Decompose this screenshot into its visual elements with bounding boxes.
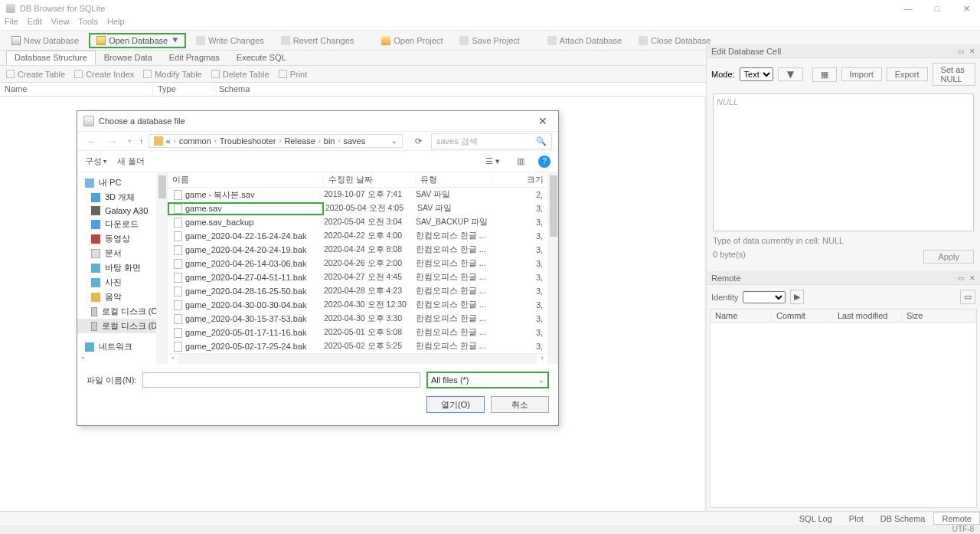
close-window-button[interactable]: ✕: [959, 4, 974, 14]
save-proj-button[interactable]: Save Project: [452, 34, 526, 48]
crumb-2[interactable]: Troubleshooter: [220, 136, 276, 146]
crumb-0[interactable]: «: [166, 136, 171, 146]
nav-up-icon[interactable]: ↑: [139, 136, 144, 146]
new-db-button[interactable]: New Database: [5, 34, 86, 48]
menu-edit[interactable]: Edit: [28, 17, 42, 30]
organize-menu[interactable]: 구성 ▾: [85, 156, 106, 167]
set-null-button[interactable]: Set as NULL: [933, 63, 975, 86]
list-scrollbar[interactable]: [547, 172, 558, 364]
tree-item-1[interactable]: 3D 개체: [77, 190, 167, 205]
file-row[interactable]: game_2020-05-02-17-25-24.bak2020-05-02 오…: [168, 339, 558, 353]
menu-file[interactable]: File: [5, 17, 18, 30]
modify-table-button[interactable]: Modify Table: [143, 70, 202, 79]
maximize-button[interactable]: □: [929, 4, 945, 14]
col-type[interactable]: Type: [153, 83, 214, 96]
identity-select[interactable]: [743, 291, 786, 303]
tree-collapse-icon[interactable]: ⌄: [77, 353, 88, 364]
delete-table-button[interactable]: Delete Table: [211, 70, 270, 79]
remote-settings-icon[interactable]: ▭: [960, 290, 975, 304]
bottom-tab-sql-log[interactable]: SQL Log: [791, 512, 841, 525]
attach-button[interactable]: Attach Database: [541, 34, 629, 48]
file-list[interactable]: 이름 수정한 날짜 유형 크기 game - 복사본.sav2019-10-07…: [168, 172, 558, 364]
bottom-tab-remote[interactable]: Remote: [933, 512, 980, 525]
tab-execute-sql[interactable]: Execute SQL: [228, 51, 295, 65]
tab-database-structure[interactable]: Database Structure: [6, 51, 96, 65]
file-row[interactable]: game.sav_backup2020-05-04 오전 3:04SAV_BAC…: [168, 215, 558, 229]
col-file-name[interactable]: 이름: [168, 174, 324, 185]
file-row[interactable]: game_2020-05-01-17-11-16.bak2020-05-01 오…: [168, 326, 558, 339]
tree-item-10[interactable]: 로컬 디스크 (D:): [77, 319, 167, 333]
menu-tools[interactable]: Tools: [78, 17, 98, 30]
minimize-button[interactable]: —: [900, 4, 916, 14]
create-index-button[interactable]: Create Index: [74, 70, 134, 79]
identity-go-icon[interactable]: ▶: [790, 290, 804, 304]
bottom-tab-plot[interactable]: Plot: [841, 512, 872, 525]
revert-button[interactable]: Revert Changes: [274, 34, 361, 48]
view-button[interactable]: ▦: [812, 67, 837, 82]
crumb-5[interactable]: saves: [343, 136, 365, 146]
mode-select[interactable]: Text: [740, 67, 773, 81]
remote-col-size[interactable]: Size: [902, 310, 976, 322]
dock-remote-icon[interactable]: ▭: [958, 274, 965, 282]
file-h-scrollbar[interactable]: ‹›: [168, 353, 558, 364]
new-folder-button[interactable]: 새 폴더: [117, 156, 145, 167]
filetype-select[interactable]: All files (*)⌄: [426, 372, 549, 388]
remote-col-modified[interactable]: Last modified: [833, 310, 902, 322]
cancel-button[interactable]: 취소: [491, 396, 549, 413]
tab-browse-data[interactable]: Browse Data: [96, 51, 161, 65]
file-row[interactable]: game - 복사본.sav2019-10-07 오후 7:41SAV 파일2,: [168, 188, 558, 201]
apply-button[interactable]: Apply: [923, 250, 974, 264]
crumb-3[interactable]: Release: [284, 136, 315, 146]
tree-item-7[interactable]: 사진: [77, 275, 167, 290]
cell-content[interactable]: NULL: [713, 93, 974, 231]
nav-fwd-icon[interactable]: →: [104, 136, 120, 147]
col-name[interactable]: Name: [0, 83, 153, 96]
nav-history-icon[interactable]: ▾: [125, 137, 135, 145]
close-panel-icon[interactable]: ✕: [969, 48, 975, 55]
file-row[interactable]: game_2020-04-24-20-24-19.bak2020-04-24 오…: [168, 243, 558, 257]
open-db-button[interactable]: Open Database⯆: [89, 33, 186, 48]
search-input[interactable]: saves 검색 🔍: [431, 133, 552, 149]
dialog-close-button[interactable]: ✕: [534, 115, 552, 127]
open-proj-button[interactable]: Open Project: [374, 34, 449, 48]
tree-item-11[interactable]: 네트워크: [77, 339, 167, 354]
remote-col-name[interactable]: Name: [710, 310, 772, 322]
refresh-icon[interactable]: ⟳: [410, 136, 426, 146]
folder-tree[interactable]: 내 PC3D 개체Galaxy A30다운로드동영상문서바탕 화면사진음악로컬 …: [77, 172, 168, 364]
tree-item-8[interactable]: 음악: [77, 290, 167, 304]
menu-view[interactable]: View: [51, 17, 70, 30]
file-row[interactable]: game_2020-04-26-14-03-06.bak2020-04-26 오…: [168, 257, 558, 270]
col-file-date[interactable]: 수정한 날짜: [324, 174, 416, 185]
crumb-4[interactable]: bin: [324, 136, 335, 146]
tree-item-3[interactable]: 다운로드: [77, 217, 167, 231]
file-row[interactable]: game_2020-04-27-04-51-11.bak2020-04-27 오…: [168, 270, 558, 284]
export-button[interactable]: Export: [887, 67, 928, 81]
tree-item-4[interactable]: 동영상: [77, 231, 167, 246]
bottom-tab-db-schema[interactable]: DB Schema: [872, 512, 934, 525]
nav-back-icon[interactable]: ←: [83, 136, 100, 147]
crumb-1[interactable]: common: [179, 136, 211, 146]
import-button[interactable]: Import: [841, 67, 882, 81]
preview-pane-icon[interactable]: ▥: [514, 156, 528, 166]
open-button[interactable]: 열기(O): [426, 396, 485, 413]
tree-scrollbar[interactable]: [156, 172, 167, 364]
col-file-type[interactable]: 유형: [416, 174, 492, 185]
tree-item-0[interactable]: 내 PC: [77, 175, 167, 190]
help-icon[interactable]: ?: [538, 156, 550, 168]
filename-input[interactable]: [142, 372, 420, 388]
create-table-button[interactable]: Create Table: [6, 70, 65, 79]
file-row[interactable]: game_2020-04-30-15-37-53.bak2020-04-30 오…: [168, 312, 558, 326]
tree-item-9[interactable]: 로컬 디스크 (C:): [77, 304, 167, 319]
tree-item-2[interactable]: Galaxy A30: [77, 205, 167, 217]
close-db-button[interactable]: Close Database: [632, 34, 717, 48]
mode-extra-button[interactable]: ⯆: [778, 67, 803, 81]
print-button[interactable]: Print: [279, 70, 308, 79]
file-row[interactable]: game.sav2020-05-04 오전 4:05SAV 파일3,: [168, 201, 558, 215]
tab-edit-pragmas[interactable]: Edit Pragmas: [161, 51, 228, 65]
remote-col-commit[interactable]: Commit: [772, 310, 833, 322]
view-mode-icon[interactable]: ☰ ▾: [482, 156, 503, 166]
file-row[interactable]: game_2020-04-28-16-25-50.bak2020-04-28 오…: [168, 284, 558, 298]
write-button[interactable]: Write Changes: [189, 34, 271, 48]
tree-item-5[interactable]: 문서: [77, 246, 167, 260]
file-row[interactable]: game_2020-04-30-00-30-04.bak2020-04-30 오…: [168, 298, 558, 312]
